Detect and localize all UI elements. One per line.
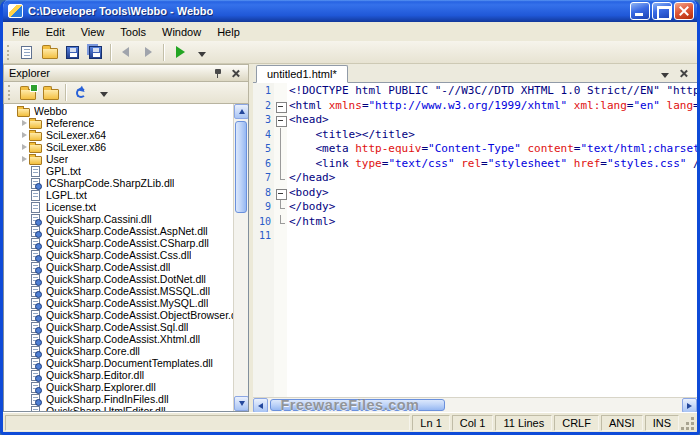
code-text[interactable]: </body> — [287, 200, 697, 215]
fold-collapse-button[interactable] — [274, 186, 287, 201]
expand-arrow[interactable] — [19, 132, 29, 138]
explorer-options-button[interactable] — [92, 82, 115, 103]
line-number: 1 — [253, 84, 274, 99]
save-all-button[interactable] — [84, 42, 107, 63]
fold-collapse-button[interactable] — [274, 113, 287, 128]
tree-item[interactable]: GPL.txt — [4, 165, 233, 177]
scroll-thumb[interactable] — [270, 399, 445, 411]
file-dll-icon — [31, 310, 40, 321]
expand-arrow[interactable] — [19, 144, 29, 150]
menu-file[interactable]: File — [4, 24, 38, 40]
save-all-icon — [89, 46, 102, 59]
tree-item[interactable]: Reference — [4, 117, 233, 129]
chevron-down-icon — [661, 73, 669, 78]
tree-item[interactable]: QuickSharp.CodeAssist.Sql.dll — [4, 321, 233, 333]
run-button[interactable] — [167, 42, 190, 63]
toolbar-grip[interactable] — [7, 45, 11, 60]
tab-untitled1-html[interactable]: untitled1.html* — [256, 65, 348, 83]
tree-item[interactable]: QuickSharp.Explorer.dll — [4, 381, 233, 393]
scroll-up-button[interactable] — [234, 104, 249, 119]
document-list-dropdown-button[interactable] — [659, 67, 671, 79]
code-text[interactable]: <meta http-equiv="Content-Type" content=… — [287, 142, 697, 157]
maximize-button[interactable] — [652, 2, 672, 20]
code-text[interactable]: <head> — [287, 113, 697, 128]
save-file-button[interactable] — [61, 42, 84, 63]
code-text[interactable] — [287, 229, 697, 244]
tree-item[interactable]: QuickSharp.Cassini.dll — [4, 213, 233, 225]
scroll-track[interactable] — [268, 398, 682, 412]
tree-item[interactable]: QuickSharp.FindInFiles.dll — [4, 393, 233, 405]
tree-item[interactable]: QuickSharp.CodeAssist.Css.dll — [4, 249, 233, 261]
tree-item[interactable]: QuickSharp.CodeAssist.ObjectBrowser.dll — [4, 309, 233, 321]
open-folder-button[interactable] — [39, 82, 62, 103]
code-text[interactable]: <title></title> — [287, 128, 697, 143]
title-bar[interactable]: C:\Developer Tools\Webbo - Webbo — [3, 0, 697, 22]
close-document-button[interactable] — [678, 67, 690, 79]
tree-item[interactable]: SciLexer.x86 — [4, 141, 233, 153]
tree-item[interactable]: QuickSharp.Core.dll — [4, 345, 233, 357]
tree-item[interactable]: Webbo — [4, 105, 233, 117]
close-panel-button[interactable] — [228, 66, 243, 80]
tree-item[interactable]: QuickSharp.CodeAssist.AspNet.dll — [4, 225, 233, 237]
scroll-track[interactable] — [234, 119, 248, 396]
new-folder-button[interactable] — [16, 82, 39, 103]
scroll-down-button[interactable] — [234, 396, 249, 411]
auto-hide-pin-button[interactable] — [210, 66, 225, 80]
tree-item[interactable]: LGPL.txt — [4, 189, 233, 201]
collapsed-arrow-icon — [22, 156, 27, 162]
minimize-button[interactable] — [630, 2, 650, 20]
tree-item[interactable]: QuickSharp.CodeAssist.Xhtml.dll — [4, 333, 233, 345]
open-file-button[interactable] — [38, 42, 61, 63]
toolbar-grip[interactable] — [8, 85, 12, 100]
tree-item[interactable]: QuickSharp.CodeAssist.CSharp.dll — [4, 237, 233, 249]
tree-item[interactable]: QuickSharp.CodeAssist.dll — [4, 261, 233, 273]
line-number: 11 — [253, 229, 274, 244]
run-options-button[interactable] — [190, 42, 213, 63]
scroll-left-button[interactable] — [253, 398, 268, 413]
tree-item-label: SciLexer.x86 — [46, 141, 106, 153]
scroll-thumb[interactable] — [235, 121, 247, 213]
expand-arrow[interactable] — [19, 120, 29, 126]
code-text[interactable]: </head> — [287, 171, 697, 186]
expand-arrow[interactable] — [19, 156, 29, 162]
code-text[interactable]: <link type="text/css" rel="stylesheet" h… — [287, 157, 697, 172]
line-number: 7 — [253, 171, 274, 186]
new-file-button[interactable] — [15, 42, 38, 63]
fold-collapse-button[interactable] — [274, 99, 287, 114]
redo-icon — [145, 47, 152, 57]
tree-item[interactable]: License.txt — [4, 201, 233, 213]
explorer-title: Explorer — [9, 67, 50, 79]
tree-item[interactable]: User — [4, 153, 233, 165]
tree-item[interactable]: ICSharpCode.SharpZLib.dll — [4, 177, 233, 189]
code-area[interactable]: 1<!DOCTYPE html PUBLIC "-//W3C//DTD XHTM… — [253, 83, 697, 397]
resize-grip[interactable] — [681, 415, 695, 431]
menu-edit[interactable]: Edit — [38, 24, 73, 40]
close-button[interactable] — [674, 2, 694, 20]
file-dll-icon — [31, 382, 40, 393]
code-text[interactable]: </html> — [287, 215, 697, 230]
menu-tools[interactable]: Tools — [112, 24, 154, 40]
tree-item[interactable]: QuickSharp.CodeAssist.MySQL.dll — [4, 297, 233, 309]
explorer-scrollbar[interactable] — [233, 104, 248, 411]
fold-margin — [274, 215, 287, 230]
redo-button[interactable] — [137, 42, 160, 63]
editor-horizontal-scrollbar[interactable] — [253, 397, 697, 412]
scroll-right-button[interactable] — [682, 398, 697, 413]
refresh-button[interactable] — [69, 82, 92, 103]
menu-window[interactable]: Window — [154, 24, 209, 40]
tree-item[interactable]: QuickSharp.DocumentTemplates.dll — [4, 357, 233, 369]
tree-item[interactable]: SciLexer.x64 — [4, 129, 233, 141]
code-text[interactable]: <!DOCTYPE html PUBLIC "-//W3C//DTD XHTML… — [287, 84, 697, 99]
undo-button[interactable] — [114, 42, 137, 63]
tree-item[interactable]: QuickSharp.CodeAssist.DotNet.dll — [4, 273, 233, 285]
code-text[interactable]: <body> — [287, 186, 697, 201]
tree-item[interactable]: QuickSharp.Editor.dll — [4, 369, 233, 381]
menu-help[interactable]: Help — [209, 24, 248, 40]
toolbar-separator — [163, 44, 164, 61]
file-dll-icon — [31, 262, 40, 273]
tree-item[interactable]: QuickSharp.HtmlEditor.dll — [4, 405, 233, 411]
tree-item[interactable]: QuickSharp.CodeAssist.MSSQL.dll — [4, 285, 233, 297]
close-icon — [680, 69, 688, 78]
menu-view[interactable]: View — [73, 24, 113, 40]
code-text[interactable]: <html xmlns="http://www.w3.org/1999/xhtm… — [287, 99, 697, 114]
